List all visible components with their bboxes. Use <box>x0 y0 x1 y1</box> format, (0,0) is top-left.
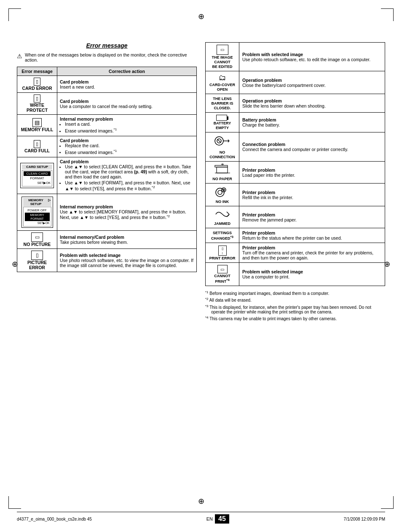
table-row: BATTERYEMPTY Battery problem Charge the … <box>206 113 385 132</box>
action-cell: Printer problem Remove the jammed paper. <box>239 206 385 228</box>
action-title: Problem with selected image <box>242 269 303 274</box>
action-cell: Internal memory problem Insert a card. E… <box>57 115 197 136</box>
action-title: Internal memory problem <box>60 204 113 209</box>
action-cell: Problem with selected image Use photo re… <box>239 43 385 71</box>
action-cell: Operation problem Slide the lens barrier… <box>239 94 385 113</box>
action-title: Internal memory problem <box>60 116 113 122</box>
list-item: Use ▲▼ to select [CLEAN CARD], and press… <box>65 164 194 179</box>
memory-setup-arrow: ▷ <box>48 198 51 206</box>
svg-point-13 <box>218 190 222 194</box>
svg-line-17 <box>227 214 229 217</box>
error-label: NO PICTURE <box>20 242 54 247</box>
error-icon-cell: SETTINGSCHANGED*3 <box>206 228 239 243</box>
action-cell: Printer problem Turn off the camera and … <box>239 243 385 263</box>
table-row: NO PAPER Printer problem Load paper into… <box>206 162 385 184</box>
action-cell: Printer problem Load paper into the prin… <box>239 162 385 184</box>
jammed-icon <box>209 208 236 221</box>
error-label: CARD FULL <box>20 148 54 153</box>
table-row: CARD SETUP CLEAN CARD FORMAT SET▶OK Card… <box>17 157 197 194</box>
error-label: MEMORY FULL <box>20 127 54 132</box>
action-title: Operation problem <box>242 98 282 103</box>
action-title: Operation problem <box>242 78 282 83</box>
action-cell: Internal memory/Card problem Take pictur… <box>57 230 197 248</box>
action-cell: Battery problem Charge the battery. <box>239 113 385 132</box>
memory-full-icon: ▤ <box>32 118 42 127</box>
table-row: ▯ PICTUREERROR Problem with selected ima… <box>17 248 197 272</box>
table-row: MEMORY SETUP ▷ POWER OFF MEMORY FORMAT S… <box>17 194 197 230</box>
error-icon-cell: ▭ NO PICTURE <box>17 230 57 248</box>
intro-text: ⚠ When one of the messages below is disp… <box>17 52 197 62</box>
error-icon-cell: ▭ CANNOT PRINT*4 <box>206 263 239 286</box>
action-title: Printer problem <box>242 212 275 217</box>
svg-rect-6 <box>215 165 228 167</box>
action-bullets: Insert a card. Erase unwanted images.*1 <box>60 122 194 133</box>
error-label: BATTERYEMPTY <box>214 121 231 130</box>
set-ok-label: SET▶OK <box>25 221 50 225</box>
action-body: Use a computer to print. <box>242 274 289 279</box>
action-title: Card problem <box>60 79 88 84</box>
error-icon-cell: ▯ PICTUREERROR <box>17 248 57 272</box>
action-cell: Problem with selected image Use a comput… <box>239 263 385 286</box>
action-body: Slide the lens barrier down when shootin… <box>242 103 326 108</box>
action-body: Connect the camera and computer or print… <box>242 147 348 152</box>
error-icon-cell: ▯ CARD FULL <box>17 136 57 157</box>
no-picture-icon: ▭ <box>31 232 43 242</box>
col-header-error: Error message <box>17 67 57 76</box>
page-number-box: EN 45 <box>206 514 229 524</box>
list-item: Use ▲▼ to select [FORMAT], and press the… <box>65 180 194 191</box>
svg-line-5 <box>217 139 221 143</box>
svg-rect-7 <box>217 167 228 173</box>
action-body: Close the battery/card compartment cover… <box>242 83 326 88</box>
action-title: Card problem <box>60 99 88 104</box>
card-setup-inner: CLEAN CARD FORMAT SET▶OK <box>22 170 52 186</box>
error-icon-cell: ▭ THE IMAGECANNOTBE EDITED <box>206 43 239 71</box>
error-icon-cell: ▯ CARD ERROR <box>17 76 57 93</box>
table-row: 🗂 CARD-COVEROPEN Operation problem Close… <box>206 71 385 94</box>
error-icon-cell: NO INK <box>206 184 239 206</box>
two-column-layout: Error message ⚠ When one of the messages… <box>17 42 385 322</box>
svg-point-15 <box>223 189 225 191</box>
error-label: CARD ERROR <box>20 86 54 91</box>
action-bullets: Replace the card. Erase unwanted images.… <box>60 143 194 155</box>
svg-line-16 <box>227 212 229 214</box>
card-error-icon: ▯ <box>34 78 40 86</box>
error-label: PRINT ERROR <box>209 256 235 260</box>
left-column: Error message ⚠ When one of the messages… <box>17 42 197 322</box>
error-label: THE IMAGECANNOTBE EDITED <box>212 55 233 69</box>
action-body: Insert a new card. <box>60 84 95 89</box>
en-label: EN <box>206 516 213 521</box>
card-setup-icon: CARD SETUP CLEAN CARD FORMAT SET▶OK <box>20 163 54 188</box>
error-icon-cell: JAMMED <box>206 206 239 228</box>
cannot-edit-icon: ▭ <box>217 45 228 55</box>
action-body: Return to the status where the printer c… <box>242 235 342 240</box>
action-cell: Operation problem Close the battery/card… <box>239 71 385 94</box>
error-label: NO PAPER <box>212 177 232 181</box>
error-label: NOCONNECTION <box>209 150 235 159</box>
action-cell: Connection problem Connect the camera an… <box>239 132 385 162</box>
no-paper-icon <box>209 164 236 176</box>
format-option: FORMAT <box>24 176 51 181</box>
action-cell: Card problem Insert a new card. <box>57 76 197 93</box>
no-ink-icon <box>209 186 236 199</box>
error-label: THE LENSBARRIER ISCLOSED. <box>211 97 233 110</box>
table-row: ▭ CANNOT PRINT*4 Problem with selected i… <box>206 263 385 286</box>
error-icon-cell: ▯ ! PRINT ERROR <box>206 243 239 263</box>
action-title: Printer problem <box>242 230 275 235</box>
error-icon-cell: THE LENSBARRIER ISCLOSED. <box>206 94 239 113</box>
right-column: ▭ THE IMAGECANNOTBE EDITED Problem with … <box>205 42 385 322</box>
error-table: Error message Corrective action ▯ CARD E… <box>17 67 197 272</box>
action-body: Turn off the camera and printer, check t… <box>242 250 373 260</box>
error-icon-cell: MEMORY SETUP ▷ POWER OFF MEMORY FORMAT S… <box>17 194 57 230</box>
file-info: d4377_e_oima_000_book_cs2e.indb 45 <box>17 517 92 521</box>
action-cell: Card problem Replace the card. Erase unw… <box>57 136 197 157</box>
action-bullets: Use ▲▼ to select [CLEAN CARD], and press… <box>60 164 194 191</box>
error-label: NO INK <box>216 200 229 204</box>
table-row: SETTINGSCHANGED*3 Printer problem Return… <box>206 228 385 243</box>
table-row: THE LENSBARRIER ISCLOSED. Operation prob… <box>206 94 385 113</box>
action-body: Take pictures before viewing them. <box>60 240 128 245</box>
border-corner-tl <box>8 8 21 21</box>
action-body: Load paper into the printer. <box>242 173 295 178</box>
action-body: Remove the jammed paper. <box>242 217 297 222</box>
table-row: NOCONNECTION Connection problem Connect … <box>206 132 385 162</box>
no-connection-icon <box>209 135 236 150</box>
